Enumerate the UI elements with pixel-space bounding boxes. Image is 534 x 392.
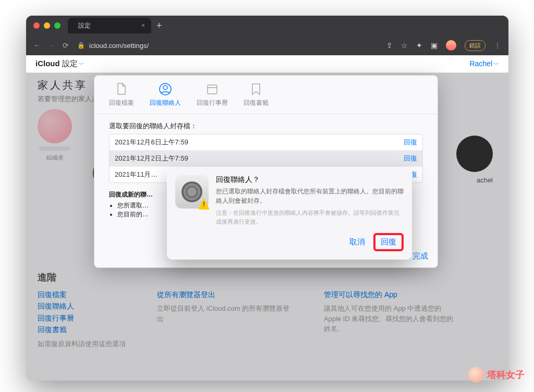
kebab-menu-icon[interactable]: ⋮ [494,41,501,50]
tab-restore-files[interactable]: 回復檔案 [103,80,140,109]
calendar-icon [206,82,219,96]
archive-list-label: 選取要回復的聯絡人封存檔： [109,121,423,131]
profile-avatar[interactable] [446,40,456,51]
tab-restore-bookmarks[interactable]: 回復書籤 [237,80,275,109]
archive-row[interactable]: 2021年12月6日上午7:59 回復 [110,134,422,151]
archive-date: 2021年12月2日上午7:59 [115,154,188,163]
browser-window: 設定 × + ← → ⟳ 🔒 icloud.com/settings/ ⇪ ☆ … [26,16,508,381]
restore-action[interactable]: 回復 [404,154,417,163]
url-bar[interactable]: 🔒 icloud.com/settings/ [77,42,378,50]
icloud-header: iCloud 設定﹀ Rachel﹀ [26,55,508,73]
archive-row[interactable]: 2021年12月2日上午7:59 回復 [110,151,422,167]
star-icon[interactable]: ☆ [401,41,408,50]
back-button[interactable]: ← [33,41,41,50]
dialog-title: 回復聯絡人？ [216,175,404,185]
done-button[interactable]: 完成 [412,251,428,261]
watermark: 塔科女子 [468,367,525,383]
gear-icon [181,181,202,202]
dialog-message: 您已選取的聯絡人封存檔會取代您所有裝置上的聯絡人。您目前的聯絡人則會被封存。 [216,187,404,205]
fullscreen-window-button[interactable] [54,22,60,29]
tab-restore-contacts[interactable]: 回復聯絡人 [143,80,187,109]
chevron-down-icon: ﹀ [493,61,499,67]
confirm-restore-button[interactable]: 回復 [381,237,396,247]
forward-button[interactable]: → [48,41,55,50]
extensions-icon[interactable]: ✦ [416,41,422,50]
warning-icon: ! [198,198,210,210]
bookmark-icon [250,82,262,96]
svg-point-1 [163,85,167,90]
cancel-button[interactable]: 取消 [349,237,365,247]
tab-restore-calendars[interactable]: 回復行事曆 [190,80,234,109]
user-menu[interactable]: Rachel﹀ [469,59,499,68]
dialog-note: 注意：在回復進行中更改的聯絡人內容將不會被儲存。請等到回復作業完成後再進行更改。 [216,209,404,226]
settings-app-icon: ! [175,175,209,209]
error-badge[interactable]: 錯誤 [465,40,486,51]
minimize-window-button[interactable] [44,22,50,29]
icloud-brand[interactable]: iCloud 設定﹀ [35,59,84,69]
close-tab-icon[interactable]: × [141,22,145,29]
settings-page: 家人共享 若要管理您的家人共享，請… 組織者 成人 achel [26,73,508,381]
close-window-button[interactable] [33,22,40,29]
page-content: iCloud 設定﹀ Rachel﹀ 家人共享 若要管理您的家人共享，請… 組織… [26,55,508,381]
new-tab-button[interactable]: + [156,20,162,31]
reload-button[interactable]: ⟳ [63,41,69,50]
watermark-text: 塔科女子 [487,369,525,381]
file-icon [115,82,128,96]
browser-toolbar: ← → ⟳ 🔒 icloud.com/settings/ ⇪ ☆ ✦ ▣ 錯誤 … [26,35,508,55]
window-traffic-lights [33,22,60,29]
cast-icon[interactable]: ▣ [431,41,438,50]
contact-icon [159,82,172,96]
url-text: icloud.com/settings/ [89,42,149,50]
titlebar: 設定 × + [26,16,508,35]
svg-rect-2 [208,85,217,94]
archive-date: 2021年12月6日上午7:59 [115,138,188,147]
archive-date: 2021年11月… [115,170,157,179]
watermark-avatar [468,367,484,383]
restore-action[interactable]: 回復 [404,138,417,147]
highlight-annotation: 回復 [373,233,404,251]
browser-tab[interactable]: 設定 × [68,18,151,33]
share-icon[interactable]: ⇪ [386,41,393,50]
tab-title: 設定 [78,21,91,30]
confirm-dialog: ! 回復聯絡人？ 您已選取的聯絡人封存檔會取代您所有裝置上的聯絡人。您目前的聯絡… [167,167,412,260]
chevron-down-icon: ﹀ [79,61,84,67]
lock-icon: 🔒 [77,42,85,49]
panel-tabs: 回復檔案 回復聯絡人 回復行事曆 回復書籤 [94,76,438,114]
